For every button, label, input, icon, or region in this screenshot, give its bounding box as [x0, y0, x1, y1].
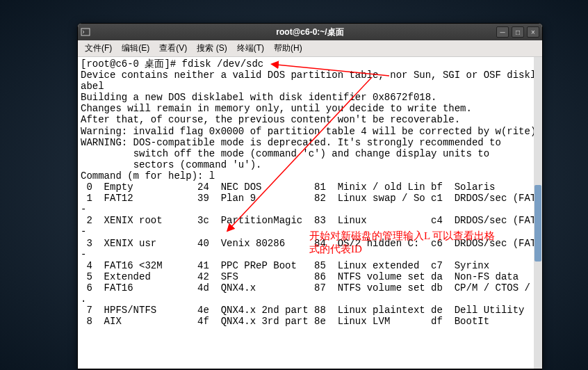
titlebar[interactable]: root@c6-0:~/桌面 ─ □ × — [78, 24, 542, 40]
terminal-line: switch off the mode (command 'c') and ch… — [81, 148, 539, 159]
menu-edit[interactable]: 编辑(E) — [117, 41, 154, 56]
terminal-line: After that, of course, the previous cont… — [81, 114, 539, 125]
menu-file[interactable]: 文件(F) — [81, 41, 116, 56]
minimize-button[interactable]: ─ — [496, 26, 509, 38]
window-title: root@c6-0:~/桌面 — [276, 26, 343, 38]
menu-help[interactable]: 帮助(H) — [270, 41, 307, 56]
terminal-line: 5 Extended 42 SFS 86 NTFS volume set da … — [81, 271, 539, 282]
terminal-line: [root@c6-0 桌面]# fdisk /dev/sdc — [81, 58, 539, 70]
terminal-line: Warning: invalid flag 0x0000 of partitio… — [81, 126, 539, 137]
terminal-icon — [81, 27, 90, 37]
menu-search[interactable]: 搜索 (S) — [193, 41, 231, 56]
window-controls: ─ □ × — [496, 26, 539, 38]
terminal-line: Changes will remain in memory only, unti… — [81, 103, 539, 114]
terminal-line: 4 FAT16 <32M 41 PPC PReP Boot 85 Linux e… — [81, 260, 539, 271]
scrollbar-thumb[interactable] — [534, 185, 541, 262]
terminal-line: 8 AIX 4f QNX4.x 3rd part 8e Linux LVM df… — [81, 316, 539, 327]
terminal-line: 3 XENIX usr 40 Venix 80286 84 OS/2 hidde… — [81, 238, 539, 260]
maximize-button[interactable]: □ — [512, 26, 524, 38]
terminal-line: Device contains neither a valid DOS part… — [81, 70, 539, 92]
terminal-line: sectors (command 'u'). — [81, 159, 539, 170]
scrollbar[interactable] — [534, 57, 542, 369]
menu-view[interactable]: 查看(V) — [155, 41, 191, 56]
terminal-window: root@c6-0:~/桌面 ─ □ × 文件(F) 编辑(E) 查看(V) 搜… — [77, 23, 543, 369]
terminal-line: Command (m for help): l — [81, 170, 539, 182]
terminal-line: Building a new DOS disklabel with disk i… — [81, 92, 539, 103]
terminal-line: WARNING: DOS-compatible mode is deprecat… — [81, 137, 539, 148]
svg-rect-0 — [81, 29, 90, 35]
terminal-output[interactable]: [root@c6-0 桌面]# fdisk /dev/sdcDevice con… — [78, 57, 542, 369]
terminal-line: 2 XENIX root 3c PartitionMagic 83 Linux … — [81, 215, 539, 237]
close-button[interactable]: × — [527, 26, 539, 38]
terminal-line: 0 Empty 24 NEC DOS 81 Minix / old Lin bf… — [81, 182, 539, 193]
terminal-line: 7 HPFS/NTFS 4e QNX4.x 2nd part 88 Linux … — [81, 305, 539, 316]
terminal-line: 1 FAT12 39 Plan 9 82 Linux swap / So c1 … — [81, 193, 539, 215]
terminal-line: 6 FAT16 4d QNX4.x 87 NTFS volume set db … — [81, 282, 539, 305]
menubar: 文件(F) 编辑(E) 查看(V) 搜索 (S) 终端(T) 帮助(H) — [78, 40, 542, 57]
menu-terminal[interactable]: 终端(T) — [233, 41, 268, 56]
